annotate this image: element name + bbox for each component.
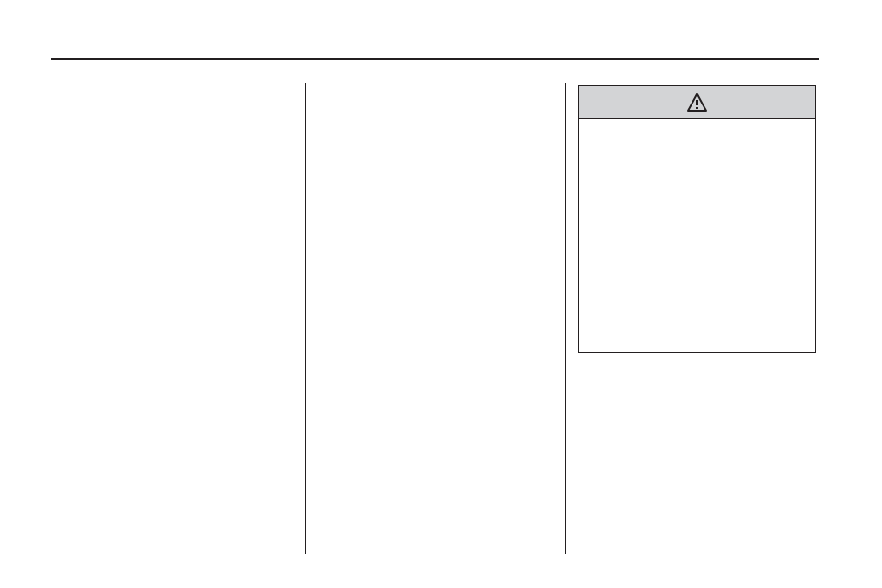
- warning-box: [578, 85, 816, 353]
- column-1: [55, 85, 291, 551]
- document-page: [0, 0, 882, 588]
- column-divider-1: [305, 83, 306, 554]
- header-rule: [51, 58, 819, 60]
- column-divider-2: [565, 83, 566, 554]
- column-2: [319, 85, 550, 551]
- svg-rect-1: [696, 107, 698, 109]
- warning-triangle-icon: [687, 93, 707, 112]
- svg-rect-0: [696, 100, 698, 105]
- warning-box-body: [579, 119, 815, 352]
- warning-box-header: [579, 86, 815, 119]
